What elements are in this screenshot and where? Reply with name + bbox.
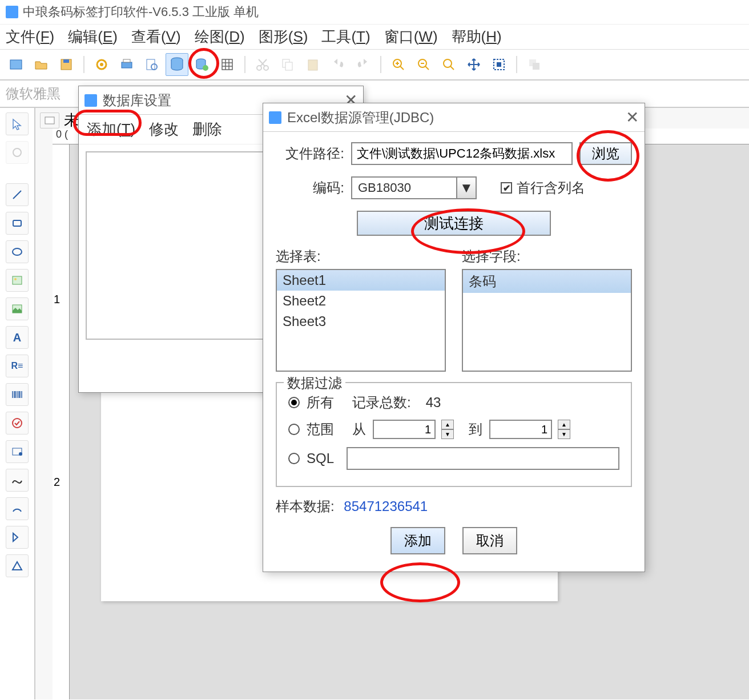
svg-point-24	[13, 148, 21, 156]
svg-rect-25	[13, 220, 21, 226]
list-item[interactable]: Sheet1	[277, 270, 445, 291]
field-listbox[interactable]: 条码	[462, 269, 632, 372]
filter-sql-radio[interactable]	[288, 453, 300, 464]
triangle-tool-icon[interactable]	[6, 554, 29, 577]
excel-cancel-button[interactable]: 取消	[462, 527, 517, 554]
menu-draw[interactable]: 绘图(D)	[195, 27, 245, 47]
curve-tool-icon[interactable]	[6, 469, 29, 492]
canvas-tab-label[interactable]: 未	[64, 110, 79, 130]
table-listbox[interactable]: Sheet1 Sheet2 Sheet3	[276, 269, 446, 372]
excel-add-button[interactable]: 添加	[390, 527, 445, 554]
text-tool-icon[interactable]: A	[6, 326, 29, 349]
copy-icon[interactable]	[276, 53, 299, 76]
barcode-tool-icon[interactable]	[6, 383, 29, 406]
picture-tool-icon[interactable]	[6, 297, 29, 320]
zoom-fit-icon[interactable]	[437, 53, 460, 76]
ellipse-tool-icon[interactable]	[6, 240, 29, 263]
test-connection-button[interactable]: 测试连接	[357, 211, 551, 236]
menu-file[interactable]: 文件(F)	[6, 27, 54, 47]
to-input[interactable]	[489, 420, 552, 439]
to-spinner[interactable]: ▲▼	[558, 420, 570, 439]
select-all-icon[interactable]	[488, 53, 510, 76]
database-add-icon[interactable]	[191, 53, 214, 76]
sql-input[interactable]	[347, 447, 619, 470]
menu-graphic[interactable]: 图形(S)	[259, 27, 308, 47]
tab-icon[interactable]	[40, 112, 59, 128]
zoom-out-icon[interactable]	[412, 53, 435, 76]
menu-tool[interactable]: 工具(T)	[321, 27, 370, 47]
paste-icon[interactable]	[301, 53, 324, 76]
dialog-icon	[269, 111, 281, 124]
save-icon[interactable]	[55, 53, 78, 76]
menu-window[interactable]: 窗口(W)	[384, 27, 438, 47]
left-tool-panel: A R≡	[0, 108, 35, 699]
rotate-tool-icon[interactable]	[6, 141, 29, 164]
polygon-tool-icon[interactable]	[6, 526, 29, 549]
svg-point-30	[13, 419, 22, 428]
app-icon	[6, 6, 18, 18]
redo-icon[interactable]	[352, 53, 374, 76]
main-toolbar	[0, 50, 749, 81]
line-tool-icon[interactable]	[6, 183, 29, 206]
open-icon[interactable]	[30, 53, 53, 76]
image-tool-icon[interactable]	[6, 269, 29, 292]
encoding-select[interactable]: GB18030 ▼	[351, 176, 477, 199]
arc-tool-icon[interactable]	[6, 497, 29, 520]
database-icon[interactable]	[166, 53, 188, 76]
zoom-in-icon[interactable]	[387, 53, 410, 76]
preview-icon[interactable]	[140, 53, 163, 76]
list-item[interactable]: Sheet2	[277, 291, 445, 311]
svg-point-26	[13, 248, 22, 255]
svg-rect-2	[63, 59, 69, 63]
svg-rect-21	[497, 62, 501, 67]
svg-rect-23	[533, 63, 539, 70]
file-path-label: 文件路径:	[276, 144, 344, 163]
db-add-button[interactable]: 添加(T)	[87, 119, 135, 139]
file-path-input[interactable]	[351, 142, 573, 165]
from-spinner[interactable]: ▲▼	[441, 420, 454, 439]
table-tool-icon[interactable]	[6, 440, 29, 463]
encoding-value: GB18030	[352, 180, 456, 195]
sample-label: 样本数据:	[276, 498, 335, 514]
grid-icon[interactable]	[216, 53, 239, 76]
select-table-label: 选择表:	[276, 247, 446, 265]
filter-legend: 数据过滤	[284, 374, 345, 392]
print-icon[interactable]	[115, 53, 138, 76]
svg-rect-15	[285, 62, 292, 70]
first-row-header-checkbox[interactable]: ✔	[501, 182, 512, 194]
db-dialog-title: 数据库设置	[103, 91, 171, 110]
filter-all-label: 所有	[307, 393, 334, 412]
db-delete-button[interactable]: 删除	[192, 119, 222, 139]
select-tool-icon[interactable]	[6, 112, 29, 135]
filter-all-radio[interactable]	[288, 397, 300, 408]
menu-view[interactable]: 查看(V)	[131, 27, 181, 47]
move-icon[interactable]	[462, 53, 485, 76]
menu-help[interactable]: 帮助(H)	[452, 27, 502, 47]
chevron-down-icon: ▼	[456, 178, 476, 198]
layer-icon[interactable]	[523, 53, 546, 76]
list-item[interactable]: Sheet3	[277, 311, 445, 332]
rect-tool-icon[interactable]	[6, 212, 29, 235]
sample-value: 85471236541	[344, 498, 428, 514]
data-filter-fieldset: 数据过滤 所有 记录总数: 43 范围 从 ▲▼ 到 ▲▼ SQL	[276, 382, 632, 487]
gear-icon[interactable]	[90, 53, 113, 76]
cut-icon[interactable]	[251, 53, 274, 76]
menu-edit[interactable]: 编辑(E)	[68, 27, 118, 47]
menubar: 文件(F) 编辑(E) 查看(V) 绘图(D) 图形(S) 工具(T) 窗口(W…	[0, 25, 749, 50]
db-modify-button[interactable]: 修改	[149, 119, 179, 139]
filter-range-radio[interactable]	[288, 424, 300, 435]
svg-point-28	[14, 278, 17, 280]
qrcode-tool-icon[interactable]	[6, 412, 29, 435]
new-icon[interactable]	[5, 53, 27, 76]
from-input[interactable]	[373, 420, 436, 439]
window-title: 中琅条码标签打印软件-V6.5.3 工业版 单机	[23, 3, 259, 21]
undo-icon[interactable]	[327, 53, 349, 76]
svg-rect-16	[308, 60, 317, 70]
list-item[interactable]: 条码	[463, 270, 631, 293]
close-icon[interactable]: ✕	[626, 108, 639, 127]
richtext-tool-icon[interactable]: R≡	[6, 355, 29, 377]
font-name-display[interactable]: 微软雅黑	[6, 85, 61, 103]
window-titlebar: 中琅条码标签打印软件-V6.5.3 工业版 单机	[0, 0, 749, 25]
browse-button[interactable]: 浏览	[579, 142, 632, 165]
excel-datasource-dialog: Excel数据源管理(JDBC) ✕ 文件路径: 浏览 编码: GB18030 …	[263, 103, 645, 572]
